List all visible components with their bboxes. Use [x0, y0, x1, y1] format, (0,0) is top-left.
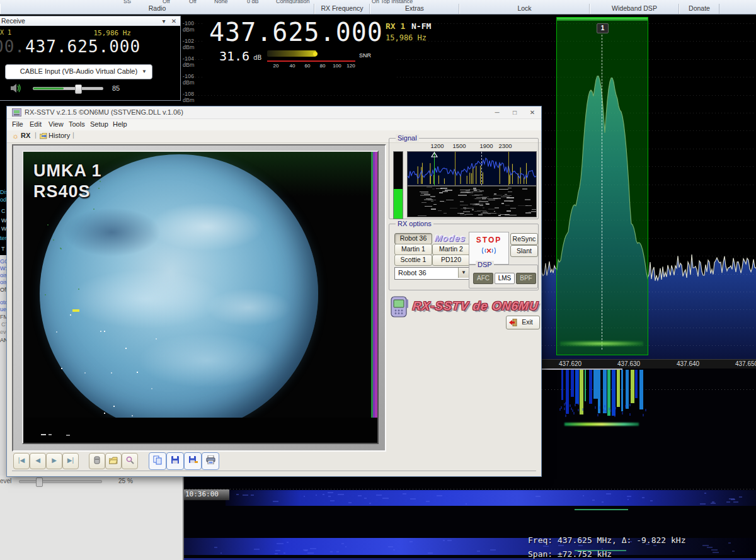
exit-button[interactable]: Exit	[506, 316, 540, 329]
collapse-icon[interactable]: ▾	[159, 16, 169, 26]
decor	[499, 189, 509, 190]
save-as-button[interactable]	[184, 452, 202, 470]
signal-center-line	[481, 152, 482, 185]
snr-meter-bar	[267, 50, 316, 57]
nav-first-button[interactable]: |◀	[13, 453, 30, 469]
carrier-streak	[575, 509, 628, 510]
receive-panel-titlebar[interactable]: Receive ▾ ✕	[0, 16, 180, 26]
dsp-button-lms[interactable]: LMS	[495, 273, 515, 284]
image-callsign-text: UMKA 1 RS40S	[33, 161, 102, 202]
menu-help[interactable]: Help	[113, 120, 127, 128]
decor	[481, 213, 488, 214]
mode-select[interactable]: Robot 36 ▼	[394, 267, 469, 280]
rx-label: RX 1	[386, 21, 405, 31]
decor	[436, 188, 442, 189]
main-frequency-readout[interactable]: 437.625.000	[209, 18, 383, 47]
decor	[503, 195, 512, 196]
decor	[510, 201, 513, 202]
stop-button[interactable]: STOP	[469, 232, 509, 265]
save-button[interactable]	[166, 452, 184, 470]
decor	[482, 198, 486, 198]
sstv-titlebar[interactable]: RX-SSTV v.2.1.5 ©ON6MU (SSTVENG.DLL v.1.…	[7, 106, 541, 119]
mode-button-martin1[interactable]: Martin 1	[394, 244, 432, 255]
signal-scale-tick: 2300	[496, 142, 515, 149]
image-callsign-line1: UMKA 1	[33, 161, 102, 181]
nav-next-button[interactable]: ▶	[46, 453, 62, 469]
dsp-button-bpf[interactable]: BPF	[516, 273, 536, 284]
decor	[460, 215, 466, 215]
minimize-icon[interactable]: ─	[488, 106, 506, 118]
receive-panel: Receive ▾ ✕ RX 1 15,986 Hz 00.437.625.00…	[0, 16, 181, 101]
decor	[566, 370, 569, 414]
ribbon-group-wideband-dsp[interactable]: Wideband DSP	[590, 4, 679, 14]
decor	[463, 208, 474, 209]
ribbon-group-radio[interactable]: Radio	[0, 4, 314, 14]
signal-group-label: Signal	[396, 134, 419, 142]
rx-sstv-logo-text: RX-SSTV de ON6MU	[412, 299, 539, 313]
ribbon-group-donate[interactable]: Donate	[679, 4, 719, 14]
waterfall-timestamp: 10:36:00	[183, 489, 229, 500]
filter-band-handle[interactable]	[557, 18, 648, 21]
close-icon[interactable]: ✕	[524, 106, 541, 118]
decor	[571, 370, 575, 397]
volume-slider[interactable]	[33, 87, 103, 90]
decor	[479, 201, 488, 202]
decor	[603, 370, 607, 413]
receive-frequency[interactable]: 00.437.625.000	[0, 37, 140, 56]
slant-button[interactable]: Slant	[510, 245, 538, 257]
close-icon[interactable]: ✕	[169, 16, 179, 26]
signal-scale-tick: 1900	[477, 142, 496, 149]
filter-band[interactable]: 1	[556, 17, 648, 355]
tab-history[interactable]: History	[49, 132, 70, 139]
decor	[478, 202, 480, 203]
decor	[469, 189, 476, 190]
tab-rx[interactable]: RX	[21, 132, 30, 139]
decor	[494, 193, 496, 194]
resync-button[interactable]: ReSync	[510, 233, 538, 245]
signal-group: Signal 1200 1500 1900 2300	[389, 138, 539, 219]
ribbon-group-lock[interactable]: Lock	[459, 4, 590, 14]
copy-button[interactable]	[149, 452, 166, 470]
menu-file[interactable]: File	[12, 120, 23, 128]
menu-tools[interactable]: Tools	[69, 120, 85, 128]
level-thumb[interactable]	[36, 477, 43, 487]
decor	[438, 210, 442, 211]
chevron-down-icon[interactable]: ▼	[142, 65, 147, 78]
decor	[488, 214, 490, 214]
mode-button-pd120[interactable]: PD120	[432, 254, 470, 266]
decor	[488, 209, 495, 209]
decor	[522, 188, 527, 189]
maximize-icon[interactable]: □	[506, 106, 524, 118]
ribbon-group-extras[interactable]: Extras	[370, 4, 459, 14]
decor	[60, 248, 61, 249]
ribbon-group-rx-frequency[interactable]: RX Frequency	[314, 4, 370, 14]
erase-button[interactable]	[89, 453, 105, 469]
magnifier-button[interactable]	[122, 453, 138, 469]
dsp-button-afc[interactable]: AFC	[473, 273, 493, 284]
open-folder-button[interactable]	[105, 453, 122, 469]
decor	[575, 370, 579, 404]
decor	[479, 200, 481, 201]
menu-setup[interactable]: Setup	[90, 120, 108, 128]
print-button[interactable]	[202, 452, 219, 470]
level-slider[interactable]	[19, 480, 102, 483]
mode-button-martin2[interactable]: Martin 2	[432, 244, 470, 255]
menu-edit[interactable]: Edit	[30, 120, 42, 128]
mode-button-scottie1[interactable]: Scottie 1	[394, 254, 432, 266]
window-title: RX-SSTV v.2.1.5 ©ON6MU (SSTVENG.DLL v.1.…	[25, 108, 183, 116]
gear-icon: ☼	[12, 132, 19, 140]
volume-thumb[interactable]	[75, 84, 82, 94]
decor	[629, 404, 631, 406]
decor	[464, 208, 469, 209]
nav-last-button[interactable]: ▶|	[62, 453, 79, 469]
decor	[483, 211, 487, 212]
audio-device-select[interactable]: CABLE Input (VB-Audio Virtual Cable) ▼	[5, 64, 152, 79]
menu-view[interactable]: View	[49, 120, 64, 128]
stop-button-label: STOP	[469, 236, 508, 244]
decor	[482, 199, 485, 200]
image-black-band	[23, 418, 377, 443]
decor	[525, 212, 531, 213]
chevron-down-icon[interactable]: ▼	[458, 268, 469, 278]
mode-button-robot36[interactable]: Robot 36	[394, 233, 432, 244]
nav-prev-button[interactable]: ◀	[30, 453, 46, 469]
